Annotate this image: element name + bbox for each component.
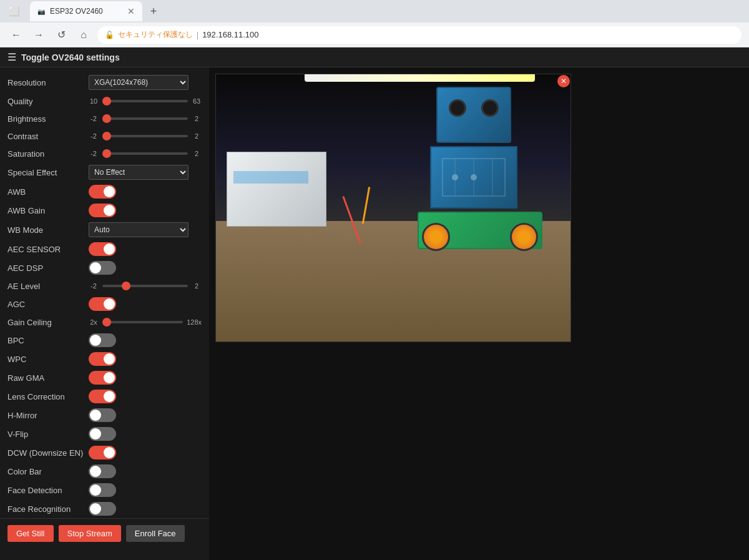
gain-ceiling-max: 128x	[187, 318, 202, 326]
tab-close-button[interactable]: ✕	[127, 6, 135, 16]
enroll-face-button[interactable]: Enroll Face	[126, 525, 185, 542]
color-bar-control	[89, 464, 202, 478]
stop-stream-button[interactable]: Stop Stream	[59, 525, 121, 542]
window-icon[interactable]: ⬜	[5, 2, 22, 20]
aec-sensor-row: AEC SENSOR	[0, 240, 209, 258]
aec-sensor-label: AEC SENSOR	[7, 245, 89, 254]
brightness-slider[interactable]	[102, 117, 188, 120]
quality-label: Quality	[7, 97, 89, 106]
face-recognition-toggle[interactable]	[89, 502, 116, 516]
agc-toggle[interactable]	[89, 297, 116, 311]
camera-close-button[interactable]: ✕	[557, 75, 570, 87]
new-tab-button[interactable]: +	[145, 2, 162, 20]
contrast-control: -2 2	[89, 132, 202, 140]
awb-label: AWB	[7, 187, 89, 197]
awb-gain-control	[89, 204, 202, 217]
quality-row: Quality 10 63	[0, 92, 209, 110]
home-button[interactable]: ⌂	[75, 26, 92, 44]
ae-level-slider[interactable]	[102, 285, 188, 287]
awb-toggle[interactable]	[89, 185, 116, 199]
h-mirror-toggle[interactable]	[89, 408, 116, 422]
aec-dsp-toggle[interactable]	[89, 261, 116, 275]
lens-correction-row: Lens Correction	[0, 387, 209, 406]
active-tab[interactable]: 📷 ESP32 OV2460 ✕	[30, 1, 142, 21]
wheel-front-left	[422, 223, 450, 251]
saturation-slider[interactable]	[102, 152, 188, 155]
saturation-min: -2	[89, 150, 99, 157]
robot-base	[418, 212, 542, 249]
back-button[interactable]: ←	[7, 26, 25, 44]
awb-toggle-slider	[89, 185, 116, 199]
lens-correction-slider	[89, 390, 116, 403]
lens-correction-control	[89, 390, 202, 403]
gain-ceiling-min: 2x	[89, 318, 99, 326]
awb-gain-toggle[interactable]	[89, 204, 116, 217]
agc-control	[89, 297, 202, 311]
color-bar-toggle[interactable]	[89, 464, 116, 478]
v-flip-label: V-Flip	[7, 430, 89, 439]
lens-correction-label: Lens Correction	[7, 392, 89, 401]
bpc-toggle[interactable]	[89, 333, 116, 347]
contrast-label: Contrast	[7, 132, 89, 141]
ae-level-row: AE Level -2 2	[0, 277, 209, 295]
wpc-toggle[interactable]	[89, 352, 116, 366]
saturation-row: Saturation -2 2	[0, 145, 209, 162]
robot-head	[436, 87, 511, 143]
wpc-label: WPC	[7, 355, 89, 364]
lens-correction-toggle[interactable]	[89, 390, 116, 403]
gain-ceiling-slider[interactable]	[102, 321, 183, 323]
wb-mode-select[interactable]: Auto Sunny Cloudy Office Home	[89, 222, 188, 237]
awb-gain-toggle-slider	[89, 204, 116, 217]
wpc-slider	[89, 352, 116, 366]
security-icon: 🔓	[105, 31, 114, 39]
face-detection-control	[89, 483, 202, 497]
brightness-row: Brightness -2 2	[0, 110, 209, 127]
ae-level-control: -2 2	[89, 282, 202, 290]
face-recognition-row: Face Recognition	[0, 499, 209, 518]
resolution-row: Resolution XGA(1024x768) UXGA(1600x1200)…	[0, 72, 209, 92]
resolution-select[interactable]: XGA(1024x768) UXGA(1600x1200) SXGA(1280x…	[89, 75, 188, 90]
box-object	[227, 152, 326, 227]
special-effect-label: Special Effect	[7, 168, 89, 177]
face-detection-label: Face Detection	[7, 486, 89, 495]
v-flip-row: V-Flip	[0, 425, 209, 443]
color-bar-label: Color Bar	[7, 467, 89, 476]
dcw-control	[89, 446, 202, 459]
saturation-label: Saturation	[7, 149, 89, 159]
address-input[interactable]: 🔓 セキュリティ保護なし | 192.168.11.100	[97, 26, 742, 44]
brightness-max: 2	[192, 115, 202, 122]
face-recognition-slider	[89, 502, 116, 516]
light-strip	[305, 74, 535, 82]
wb-mode-row: WB Mode Auto Sunny Cloudy Office Home	[0, 220, 209, 240]
page-content: ☰ Toggle OV2640 settings Resolution XGA(…	[0, 47, 749, 560]
raw-gma-toggle[interactable]	[89, 371, 116, 385]
settings-panel: Resolution XGA(1024x768) UXGA(1600x1200)…	[0, 67, 209, 560]
address-text: 192.168.11.100	[202, 30, 258, 39]
wheel-front-right	[510, 223, 538, 251]
wpc-row: WPC	[0, 350, 209, 368]
tab-nav-icons: ⬜	[5, 2, 22, 20]
color-bar-slider	[89, 464, 116, 478]
brightness-label: Brightness	[7, 114, 89, 124]
quality-min: 10	[89, 97, 99, 105]
aec-sensor-toggle[interactable]	[89, 242, 116, 256]
camera-container: ✕	[215, 74, 571, 342]
forward-button[interactable]: →	[30, 26, 47, 44]
quality-max: 63	[192, 97, 202, 105]
header-bar: ☰ Toggle OV2640 settings	[0, 47, 749, 67]
special-effect-select[interactable]: No Effect Negative Grayscale Red Tint Gr…	[89, 165, 188, 180]
quality-slider[interactable]	[102, 100, 188, 102]
contrast-slider[interactable]	[102, 135, 188, 137]
h-mirror-label: H-Mirror	[7, 411, 89, 420]
awb-control	[89, 185, 202, 199]
saturation-slider-wrap: -2 2	[89, 150, 202, 157]
face-detection-toggle[interactable]	[89, 483, 116, 497]
special-effect-control: No Effect Negative Grayscale Red Tint Gr…	[89, 165, 202, 180]
refresh-button[interactable]: ↺	[52, 26, 70, 44]
browser-chrome: ⬜ 📷 ESP32 OV2460 ✕ + ← → ↺ ⌂ 🔓 セキュリティ保護な…	[0, 0, 749, 47]
get-still-button[interactable]: Get Still	[7, 525, 54, 542]
dcw-toggle[interactable]	[89, 446, 116, 459]
v-flip-toggle[interactable]	[89, 427, 116, 441]
menu-icon[interactable]: ☰	[7, 51, 16, 63]
raw-gma-label: Raw GMA	[7, 373, 89, 383]
